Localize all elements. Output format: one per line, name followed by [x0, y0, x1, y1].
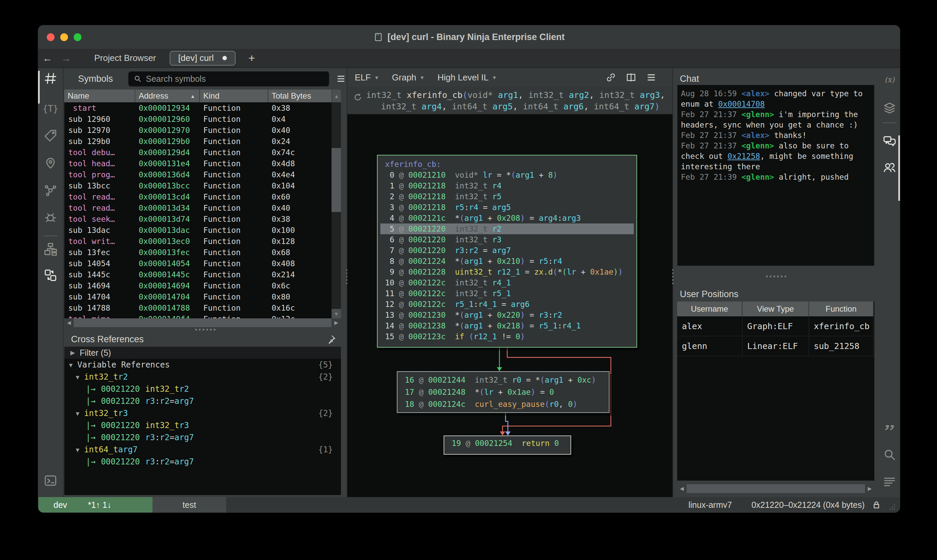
column-function[interactable]: Function [809, 302, 874, 316]
split-view-icon[interactable] [625, 72, 637, 83]
hlil-line[interactable]: 3 @ 00021218 r5:r4 = arg5 [378, 202, 637, 213]
symbol-row[interactable]: sub_13bcc 0x000013bccFunction0x104 [64, 180, 341, 191]
column-total-bytes[interactable]: Total Bytes [268, 89, 332, 102]
braces-type-icon[interactable]: {T} [43, 101, 58, 116]
symbol-row[interactable]: tool_read… 0x000013cd4Function0x60 [64, 191, 341, 202]
hlil-line[interactable]: 17 @ 00021248 *(lr + 0x1ae) = 0 [397, 386, 609, 398]
format-dropdown[interactable]: ELF▼ [355, 72, 379, 83]
symbol-row[interactable]: sub_12960 0x000012960Function0x4 [64, 114, 341, 125]
column-view-type[interactable]: View Type [742, 302, 809, 316]
basic-block-return[interactable]: 19 @ 00021254 return 0 [444, 435, 571, 455]
tab-dev-curl[interactable]: [dev] curl [170, 51, 236, 66]
terminal-icon[interactable] [43, 473, 58, 488]
xref-section-row[interactable]: ▼Variable References{5} [64, 359, 341, 371]
bug-icon[interactable] [43, 210, 58, 225]
hlil-line[interactable]: 7 @ 00021220 r3:r2 = arg7 [378, 245, 637, 256]
xref-variable-row[interactable]: ▼int64_t arg7{1} [64, 443, 341, 456]
column-address[interactable]: Address▲ [135, 89, 200, 102]
chat-bubbles-icon[interactable] [882, 134, 897, 148]
symbols-vscrollbar[interactable] [332, 102, 341, 309]
hlil-line[interactable]: 5 @ 00021220 int32_t r2 [380, 223, 634, 234]
symbol-row[interactable]: tool_seek… 0x000013d74Function0x38 [64, 213, 341, 225]
symbol-row[interactable]: sub_14694 0x000014694Function0x6c [64, 280, 341, 291]
hlil-line[interactable]: 19 @ 00021254 return 0 [444, 438, 571, 449]
symbol-row[interactable]: sub_129b0 0x0000129b0Function0x24 [64, 135, 341, 147]
log-lines-icon[interactable] [882, 474, 897, 489]
block-label[interactable]: xferinfo_cb: [378, 159, 637, 169]
panel-splitter-handle[interactable] [673, 266, 879, 287]
hlil-line[interactable]: 4 @ 0002121c *(arg1 + 0x208) = arg4:arg3 [378, 213, 637, 223]
symbol-row[interactable]: sub_14704 0x000014704Function0x80 [64, 291, 341, 302]
symbol-row[interactable]: sub_12970 0x000012970Function0x40 [64, 125, 341, 135]
hlil-line[interactable]: 9 @ 00021228 uint32_t r12_1 = zx.d(*(lr … [378, 266, 637, 277]
view-menu-icon[interactable] [646, 72, 657, 83]
xref-reference-row[interactable]: |→00021220int32_t r3 [64, 419, 341, 431]
xref-reference-row[interactable]: |→00021220r3:r2 = arg7 [64, 431, 341, 443]
scroll-left-icon[interactable]: ◀ [64, 318, 74, 327]
function-signature[interactable]: int32_t xferinfo_cb(void* arg1, int32_t … [347, 87, 672, 114]
graph-canvas[interactable]: xferinfo_cb:0 @ 00021210 void* lr = *(ar… [347, 114, 672, 497]
column-kind[interactable]: Kind [200, 89, 268, 102]
splitter-right[interactable] [672, 68, 673, 497]
new-tab-button[interactable]: + [248, 51, 255, 65]
hlil-line[interactable]: 18 @ 0002124c curl_easy_pause(r0, 0) [397, 398, 609, 410]
xref-reference-row[interactable]: |→00021220r3:r2 = arg7 [64, 395, 341, 407]
molecule-icon[interactable] [43, 183, 58, 198]
panel-splitter-handle[interactable] [64, 327, 347, 332]
link-icon[interactable] [605, 72, 617, 83]
user-position-row[interactable]: glennLinear:ELFsub_21258 [677, 336, 874, 356]
scroll-left-icon[interactable]: ◀ [677, 484, 686, 493]
back-button[interactable]: ← [38, 52, 57, 64]
symbol-row[interactable]: tool_mime… 0x0000149f4Function0x12c [64, 313, 341, 318]
hscroll-thumb[interactable] [74, 318, 332, 327]
il-dropdown[interactable]: High Level IL▼ [437, 72, 497, 83]
map-pin-icon[interactable] [43, 155, 58, 170]
fx-icon[interactable]: (x) [882, 72, 897, 87]
hlil-line[interactable]: 12 @ 0002122c r5_1:r4_1 = arg6 [378, 299, 637, 309]
symbol-row[interactable]: tool_head… 0x0000131e4Function0x4d8 [64, 158, 341, 169]
symbol-row[interactable]: sub_14054 0x000014054Function0x408 [64, 258, 341, 269]
hlil-line[interactable]: 2 @ 00021218 int32_t r5 [378, 191, 637, 202]
hlil-line[interactable]: 8 @ 00021224 *(arg1 + 0x210) = r5:r4 [378, 256, 637, 266]
scroll-up-icon[interactable]: ▲ [332, 89, 342, 102]
column-username[interactable]: Username [677, 302, 742, 316]
lock-icon[interactable] [871, 500, 882, 510]
hierarchy-icon[interactable] [43, 242, 58, 257]
search-input[interactable] [146, 74, 324, 84]
hlil-line[interactable]: 15 @ 0002123c if (r12_1 != 0) [378, 331, 637, 342]
symbol-row[interactable]: sub_13fec 0x000013fecFunction0x68 [64, 247, 341, 258]
hlil-line[interactable]: 11 @ 0002122c int32_t r5_1 [378, 288, 637, 299]
refresh-icon[interactable] [353, 92, 363, 102]
basic-block-true-branch[interactable]: 16 @ 00021244 int32_t r0 = *(arg1 + 0xc)… [397, 371, 609, 413]
scroll-right-icon[interactable]: ▶ [332, 318, 341, 327]
symbol-row[interactable]: tool_prog… 0x0000136d4Function0x4e4 [64, 169, 341, 180]
user-positions-hscrollbar[interactable]: ◀ ▶ [677, 484, 874, 493]
layout-dropdown[interactable]: Graph▼ [392, 72, 425, 83]
xref-reference-row[interactable]: |→00021220int32_t r2 [64, 383, 341, 395]
tab-project-browser[interactable]: Project Browser [94, 53, 156, 63]
symbol-row[interactable]: tool_debu… 0x0000129d4Function0x74c [64, 147, 341, 158]
chat-log[interactable]: Aug 28 16:59 <alex> changed var type toe… [677, 85, 874, 266]
magnifier-icon[interactable] [882, 447, 897, 462]
basic-block-entry[interactable]: xferinfo_cb:0 @ 00021210 void* lr = *(ar… [377, 155, 637, 348]
scroll-right-icon[interactable]: ▶ [865, 484, 874, 493]
symbol-row[interactable]: _start 0x000012934Function0x38 [64, 102, 341, 114]
symbols-menu-icon[interactable] [335, 74, 347, 84]
xref-reference-row[interactable]: |→00021220r3:r2 = arg7 [64, 456, 341, 468]
symbol-row[interactable]: tool_writ… 0x000013ec0Function0x128 [64, 235, 341, 247]
forward-button[interactable]: → [57, 52, 76, 64]
hlil-line[interactable]: 16 @ 00021244 int32_t r0 = *(arg1 + 0xc) [397, 374, 609, 386]
symbol-row[interactable]: tool_read… 0x000013d34Function0x40 [64, 202, 341, 213]
hscroll-thumb[interactable] [686, 484, 865, 493]
branch-tab-dev[interactable]: dev *1↑ 1↓ [38, 497, 152, 512]
symbols-search[interactable] [128, 71, 329, 86]
hlil-line[interactable]: 13 @ 00021230 *(arg1 + 0x220) = r3:r2 [378, 309, 637, 320]
xref-variable-row[interactable]: ▼int32_t r2{2} [64, 371, 341, 383]
symbol-row[interactable]: sub_1445c 0x00001445cFunction0x214 [64, 269, 341, 280]
symbol-row[interactable]: sub_13dac 0x000013dacFunction0x100 [64, 225, 341, 235]
branch-tab-test[interactable]: test [152, 497, 226, 512]
sync-icon[interactable] [43, 268, 58, 283]
user-position-row[interactable]: alexGraph:ELFxferinfo_cb [677, 316, 874, 336]
hlil-line[interactable]: 14 @ 00021238 *(arg1 + 0x218) = r5_1:r4_… [378, 320, 637, 331]
hlil-line[interactable]: 0 @ 00021210 void* lr = *(arg1 + 8) [378, 169, 637, 180]
